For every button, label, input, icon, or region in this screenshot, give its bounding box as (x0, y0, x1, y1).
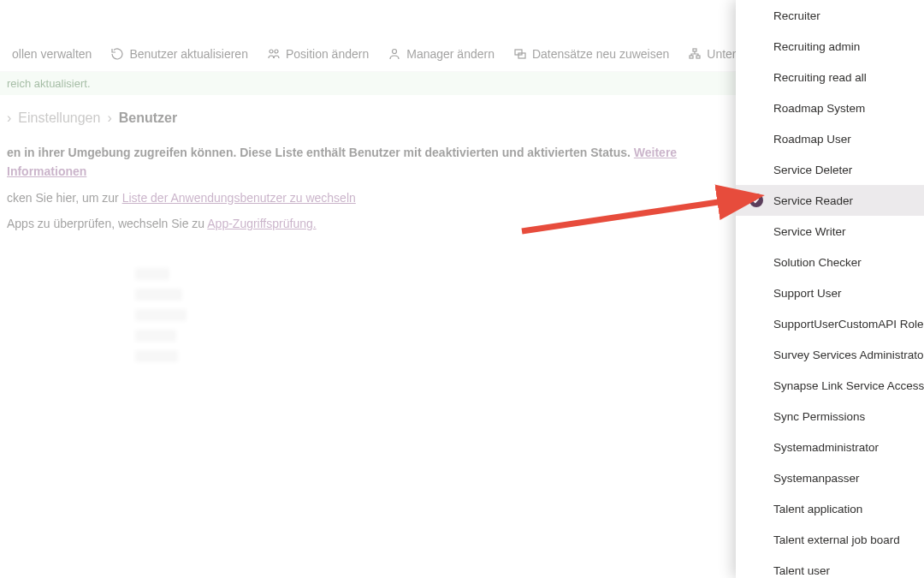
app-access-check-link[interactable]: App-Zugriffsprüfung. (207, 217, 316, 230)
description-line-3: Apps zu überprüfen, wechseln Sie zu App-… (7, 214, 710, 233)
manager-icon (388, 47, 401, 61)
desc-text: Apps zu überprüfen, wechseln Sie zu (7, 217, 207, 230)
description-line-2: cken Sie hier, um zur Liste der Anwendun… (7, 188, 710, 207)
role-label: Talent user (773, 564, 830, 577)
role-label: Service Reader (773, 194, 853, 207)
role-item[interactable]: Solution Checker (736, 247, 924, 277)
desc-text: en in ihrer Umgebung zugreifen können. D… (7, 146, 634, 159)
org-icon (688, 47, 702, 61)
svg-rect-5 (693, 49, 696, 51)
breadcrumb-settings[interactable]: Einstellungen (18, 110, 100, 126)
role-item[interactable]: Systemanpasser (736, 462, 924, 493)
change-manager-button[interactable]: Manager ändern (379, 42, 503, 66)
toolbar-label: Manager ändern (406, 47, 495, 61)
role-label: SupportUserCustomAPI Role (773, 318, 924, 331)
main-area: ollen verwalten Benutzer aktualisieren P… (0, 0, 736, 578)
svg-point-0 (270, 50, 273, 53)
toolbar-label: ollen verwalten (12, 47, 92, 61)
role-label: Systemadministrator (773, 441, 879, 454)
role-label: Systemanpasser (773, 472, 860, 485)
reassign-icon (513, 47, 527, 61)
command-bar: ollen verwalten Benutzer aktualisieren P… (0, 36, 736, 72)
manage-roles-button[interactable]: ollen verwalten (3, 42, 100, 66)
role-item[interactable]: Recruiter (736, 0, 924, 31)
toolbar-label: Position ändern (286, 47, 369, 61)
desc-text: cken Sie hier, um zur (7, 191, 122, 205)
role-label: Recruiter (773, 9, 820, 22)
role-item[interactable]: Service Deleter (736, 154, 924, 185)
blurred-table-placeholder (7, 268, 710, 362)
role-label: Synapse Link Service Access (773, 379, 924, 392)
role-item[interactable]: Service Writer (736, 216, 924, 247)
change-position-button[interactable]: Position ändern (258, 42, 377, 66)
role-label: Support User (773, 287, 842, 300)
breadcrumb-users: Benutzer (119, 110, 177, 126)
toolbar-label: Benutzer aktualisieren (129, 47, 248, 61)
role-label: Survey Services Administrator(Deprecated… (773, 349, 924, 361)
switch-app-users-link[interactable]: Liste der Anwendungsbenutzer zu wechseln (122, 191, 356, 205)
reassign-records-button[interactable]: Datensätze neu zuweisen (505, 42, 678, 66)
role-item[interactable]: SupportUserCustomAPI Role (736, 308, 924, 339)
role-label: Roadmap System (773, 102, 865, 115)
role-item[interactable]: Talent external job board (736, 524, 924, 555)
role-label: Recruiting read all (773, 71, 867, 84)
role-item[interactable]: Talent user (736, 555, 924, 578)
role-item[interactable]: Systemadministrator (736, 432, 924, 462)
svg-rect-7 (696, 56, 700, 58)
role-item[interactable]: Roadmap System (736, 92, 924, 123)
role-label: Roadmap User (773, 133, 851, 146)
people-swap-icon (267, 47, 281, 61)
notice-text: reich aktualisiert. (7, 77, 91, 90)
refresh-icon (110, 47, 124, 61)
role-item[interactable]: Talent application (736, 493, 924, 524)
role-label: Service Writer (773, 225, 846, 238)
chevron-right-icon: › (7, 110, 11, 126)
svg-point-2 (393, 49, 397, 53)
role-item[interactable]: Service Reader (736, 185, 924, 216)
role-item[interactable]: Recruiting read all (736, 62, 924, 92)
role-item[interactable]: Survey Services Administrator(Deprecated… (736, 339, 924, 370)
chevron-right-icon: › (107, 110, 111, 126)
role-label: Recruiting admin (773, 40, 860, 53)
breadcrumb: › Einstellungen › Benutzer (7, 110, 710, 126)
success-notice: reich aktualisiert. (0, 72, 736, 95)
description-line-1: en in ihrer Umgebung zugreifen können. D… (7, 143, 710, 182)
top-spacer (0, 0, 736, 36)
role-label: Solution Checker (773, 256, 862, 269)
role-item[interactable]: Roadmap User (736, 123, 924, 154)
role-label: Talent application (773, 503, 862, 515)
role-label: Sync Permissions (773, 410, 865, 423)
role-item[interactable]: Recruiting admin (736, 31, 924, 62)
refresh-user-button[interactable]: Benutzer aktualisieren (102, 42, 257, 66)
check-circle-icon (749, 194, 763, 207)
svg-point-1 (275, 50, 278, 53)
role-label: Service Deleter (773, 164, 852, 176)
role-item[interactable]: Support User (736, 277, 924, 308)
svg-rect-6 (690, 56, 693, 58)
role-label: Talent external job board (773, 533, 900, 546)
page-content: › Einstellungen › Benutzer en in ihrer U… (0, 95, 727, 388)
role-item[interactable]: Sync Permissions (736, 401, 924, 432)
roles-side-panel[interactable]: RecruiterRecruiting adminRecruiting read… (736, 0, 924, 578)
role-item[interactable]: Synapse Link Service Access (736, 370, 924, 401)
toolbar-label: Datensätze neu zuweisen (532, 47, 669, 61)
